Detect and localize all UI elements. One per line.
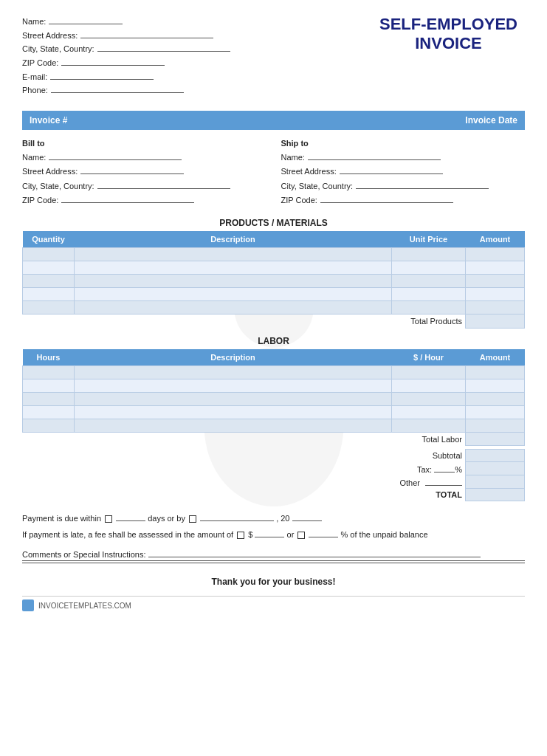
- total-value[interactable]: [466, 489, 525, 501]
- bill-street-input[interactable]: [80, 165, 184, 174]
- prod-desc-cell[interactable]: [75, 301, 392, 315]
- bill-name-label: Name:: [22, 151, 46, 165]
- prod-price-cell[interactable]: [392, 288, 466, 301]
- ship-zip-label: ZIP Code:: [281, 193, 317, 207]
- labor-hours-cell[interactable]: [23, 365, 75, 379]
- late-pct-input[interactable]: [309, 529, 338, 537]
- table-row[interactable]: [23, 248, 525, 261]
- products-table: Quantity Description Unit Price Amount: [22, 231, 525, 329]
- ship-city-input[interactable]: [356, 179, 489, 189]
- labor-hours-cell[interactable]: [23, 379, 75, 392]
- table-row[interactable]: [23, 288, 525, 301]
- prod-qty-cell[interactable]: [23, 261, 75, 275]
- payment-days-checkbox[interactable]: [105, 515, 112, 523]
- labor-desc-cell[interactable]: [75, 392, 392, 405]
- tax-value[interactable]: [466, 462, 525, 475]
- labor-amount-cell[interactable]: [466, 392, 525, 405]
- prod-qty-cell[interactable]: [23, 288, 75, 301]
- prod-qty-cell[interactable]: [23, 275, 75, 288]
- table-row[interactable]: [23, 405, 525, 419]
- prod-amount-cell[interactable]: [466, 261, 525, 275]
- prod-price-cell[interactable]: [392, 275, 466, 288]
- labor-amount-cell[interactable]: [466, 405, 525, 419]
- payment-days-input[interactable]: [116, 512, 145, 521]
- prod-price-cell[interactable]: [392, 301, 466, 315]
- bill-name-input[interactable]: [49, 151, 182, 160]
- city-field-row: City, State, Country:: [22, 42, 230, 56]
- prod-desc-cell[interactable]: [75, 288, 392, 301]
- labor-hours-cell[interactable]: [23, 405, 75, 419]
- late-pct-checkbox[interactable]: [297, 532, 305, 539]
- labor-hours-cell[interactable]: [23, 419, 75, 432]
- prod-desc-cell[interactable]: [75, 275, 392, 288]
- labor-desc-cell[interactable]: [75, 419, 392, 432]
- comments-input[interactable]: [148, 549, 481, 557]
- labor-desc-cell[interactable]: [75, 405, 392, 419]
- ship-name-row: Name:: [281, 151, 526, 165]
- bill-name-row: Name:: [22, 151, 266, 165]
- labor-rate-cell[interactable]: [392, 392, 466, 405]
- bill-to-section: Bill to Name: Street Address: City, Stat…: [22, 139, 266, 207]
- products-desc-header: Description: [75, 231, 392, 248]
- total-products-label: Total Products: [392, 315, 466, 329]
- bill-city-input[interactable]: [97, 179, 230, 189]
- table-row[interactable]: [23, 275, 525, 288]
- email-input[interactable]: [50, 70, 154, 80]
- ship-street-input[interactable]: [340, 165, 443, 174]
- payment-date-input[interactable]: [200, 512, 274, 521]
- labor-rate-cell[interactable]: [392, 419, 466, 432]
- ship-street-label: Street Address:: [281, 165, 337, 179]
- bill-zip-input[interactable]: [61, 193, 194, 203]
- prod-amount-cell[interactable]: [466, 275, 525, 288]
- prod-desc-cell[interactable]: [75, 248, 392, 261]
- prod-desc-cell[interactable]: [75, 261, 392, 275]
- labor-desc-cell[interactable]: [75, 365, 392, 379]
- other-value[interactable]: [466, 475, 525, 489]
- phone-input[interactable]: [51, 83, 184, 93]
- other-input[interactable]: [425, 477, 462, 486]
- prod-price-cell[interactable]: [392, 248, 466, 261]
- labor-rate-cell[interactable]: [392, 405, 466, 419]
- late-dollar-checkbox[interactable]: [237, 532, 244, 539]
- labor-amount-cell[interactable]: [466, 379, 525, 392]
- table-row[interactable]: [23, 301, 525, 315]
- ship-name-input[interactable]: [308, 151, 441, 160]
- payment-year-input[interactable]: [292, 512, 322, 521]
- ship-zip-input[interactable]: [320, 193, 453, 203]
- payment-date-checkbox[interactable]: [189, 515, 196, 523]
- prod-amount-cell[interactable]: [466, 248, 525, 261]
- labor-desc-cell[interactable]: [75, 379, 392, 392]
- zip-input[interactable]: [61, 56, 165, 66]
- name-input[interactable]: [49, 15, 123, 24]
- tax-pct-input[interactable]: [434, 464, 455, 472]
- total-products-value[interactable]: [466, 315, 525, 329]
- labor-rate-cell[interactable]: [392, 365, 466, 379]
- labor-hours-cell[interactable]: [23, 392, 75, 405]
- thank-you-text: Thank you for your business!: [22, 577, 525, 587]
- products-header-row: Quantity Description Unit Price Amount: [23, 231, 525, 248]
- table-row[interactable]: [23, 365, 525, 379]
- table-row[interactable]: [23, 419, 525, 432]
- prod-amount-cell[interactable]: [466, 301, 525, 315]
- table-row[interactable]: [23, 261, 525, 275]
- products-amount-header: Amount: [466, 231, 525, 248]
- total-labor-value[interactable]: [466, 432, 525, 446]
- street-input[interactable]: [80, 29, 213, 38]
- labor-rate-header: $ / Hour: [392, 349, 466, 366]
- prod-qty-cell[interactable]: [23, 248, 75, 261]
- labor-heading: LABOR: [22, 336, 525, 346]
- prod-qty-cell[interactable]: [23, 301, 75, 315]
- footer-icon: [22, 599, 34, 611]
- prod-amount-cell[interactable]: [466, 288, 525, 301]
- payment-text1: Payment is due within: [22, 514, 101, 523]
- labor-rate-cell[interactable]: [392, 379, 466, 392]
- table-row[interactable]: [23, 392, 525, 405]
- prod-price-cell[interactable]: [392, 261, 466, 275]
- labor-amount-cell[interactable]: [466, 365, 525, 379]
- city-input[interactable]: [97, 42, 230, 52]
- late-text1: If payment is late, a fee shall be asses…: [22, 530, 233, 539]
- late-dollar-input[interactable]: [255, 529, 284, 537]
- labor-amount-cell[interactable]: [466, 419, 525, 432]
- subtotal-value[interactable]: [466, 450, 525, 462]
- table-row[interactable]: [23, 379, 525, 392]
